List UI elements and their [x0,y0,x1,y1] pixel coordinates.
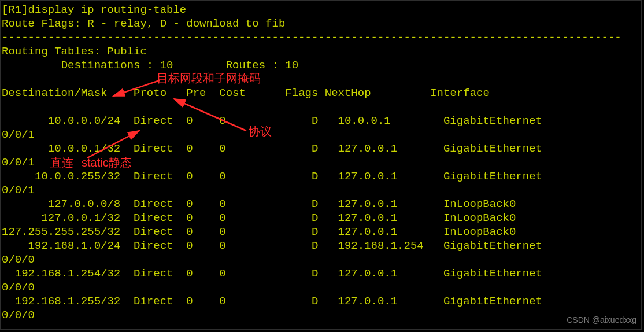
terminal-window[interactable]: [R1]display ip routing-table Route Flags… [0,0,642,330]
flags-legend: Route Flags: R - relay, D - download to … [2,17,641,31]
table-row: 192.168.1.255/32 Direct 0 0 D 127.0.0.1 … [2,294,641,308]
separator: ----------------------------------------… [2,31,641,45]
hdr-dest: Destination/Mask [2,87,107,99]
hdr-pre: Pre [186,87,206,99]
counts-line: Destinations : 10 Routes : 10 [2,58,641,72]
blank [2,100,641,114]
blank [2,72,641,86]
routes-count: 10 [285,59,298,72]
hdr-interface: Interface [430,87,490,99]
dest-count: 10 [160,59,173,72]
table-row-cont: 0/0/1 [2,156,641,169]
header-row: Destination/Mask Proto Pre Cost Flags Ne… [2,86,641,100]
table-row-cont: 0/0/1 [2,128,641,142]
table-row: 192.168.1.0/24 Direct 0 0 D 192.168.1.25… [2,239,641,253]
dest-count-label: Destinations : [61,59,154,72]
hdr-flags: Flags [285,87,318,99]
tables-label: Routing Tables: Public [2,45,641,58]
table-row-cont: 0/0/0 [2,308,641,322]
routes-count-label: Routes : [226,59,279,72]
table-row: 127.0.0.0/8 Direct 0 0 D 127.0.0.1 InLoo… [2,197,641,211]
table-row: 127.255.255.255/32 Direct 0 0 D 127.0.0.… [2,225,641,239]
table-row: 192.168.1.254/32 Direct 0 0 D 127.0.0.1 … [2,267,641,281]
table-row: 10.0.0.0/24 Direct 0 0 D 10.0.0.1 Gigabi… [2,114,641,128]
cmd-prompt: [R1]display ip routing-table [2,3,641,17]
watermark: CSDN @aixuedxxg [567,313,636,327]
table-row: 10.0.0.1/32 Direct 0 0 D 127.0.0.1 Gigab… [2,142,641,156]
table-row-cont: 0/0/0 [2,281,641,294]
table-row: 10.0.0.255/32 Direct 0 0 D 127.0.0.1 Gig… [2,169,641,183]
route-rows: 10.0.0.0/24 Direct 0 0 D 10.0.0.1 Gigabi… [2,114,641,322]
table-row: 127.0.0.1/32 Direct 0 0 D 127.0.0.1 InLo… [2,211,641,225]
hdr-nexthop: NextHop [325,87,371,99]
table-row-cont: 0/0/1 [2,183,641,197]
table-row-cont: 0/0/0 [2,253,641,267]
hdr-cost: Cost [219,87,246,99]
hdr-proto: Proto [134,87,166,99]
